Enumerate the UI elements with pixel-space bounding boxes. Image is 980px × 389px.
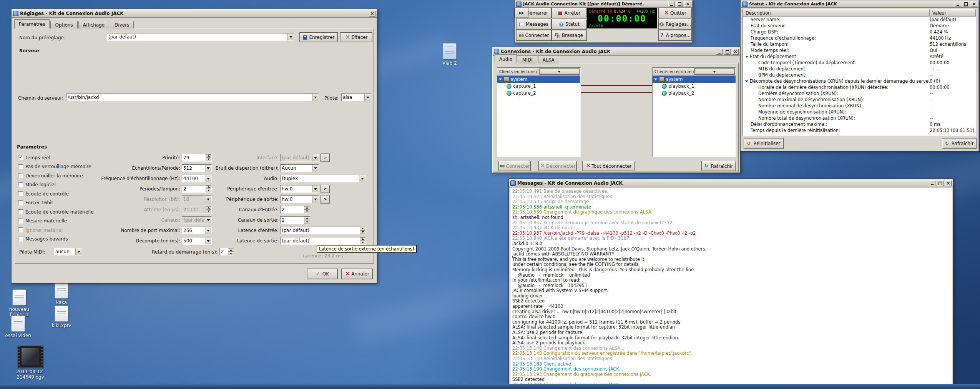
status-row[interactable]: Moyenne de désynchronisation (XRUN): -- [743,109,976,115]
maximize-icon[interactable] [724,49,731,55]
settings-tab-panel [15,28,374,264]
setup-button-label: Réglages... [666,22,691,27]
about-button[interactable]: À propos... [658,30,692,41]
close-icon[interactable] [945,180,952,186]
connections-tab[interactable]: Audio [495,54,517,63]
minimize-icon[interactable] [955,1,961,7]
connections-window: Connexions - Kit de Connexion Audio JACK… [492,47,741,173]
status-description: Charge DSP: [743,29,930,35]
status-row[interactable]: Server name: (par défaut) [743,17,976,23]
start-button-label: Démarrer [526,10,548,16]
status-description: État du serveur: [743,23,930,28]
value-column-header[interactable]: Valeur [930,9,976,17]
messages-titlebar[interactable]: Messages - Kit de Connexion Audio JACK [509,179,953,187]
status-value: 512 échantillons [930,42,976,47]
messages-button[interactable]: Messages [516,19,551,30]
about-button-label: À propos... [666,33,691,38]
minimize-icon[interactable] [668,1,675,7]
close-icon[interactable] [732,49,739,55]
connect-button[interactable]: Connecter [516,30,551,41]
log-line: loading driver .. [512,294,950,299]
refresh-status-button[interactable]: Rafraîchir [942,138,977,149]
log-line: 22:05:10.536 artsshell -q terminate [512,205,950,210]
desktop-icon-essai-video[interactable]: essai video [1,316,35,338]
setup-button[interactable]: Réglages... [658,19,692,30]
cancel-button-label: Annuler [351,271,369,277]
status-description: Code temporel (Timecode) du déplacement: [743,60,930,65]
connections-tab[interactable]: ALSA [538,56,559,63]
ok-button[interactable]: OK [307,269,338,279]
connections-titlebar[interactable]: Connexions - Kit de Connexion Audio JACK [493,48,740,56]
status-row[interactable]: MTB du déplacement: --:--.---- [743,66,976,72]
log-text: loading driver .. [512,293,547,299]
log-text: @audio - memlock 3042951 [512,283,587,288]
status-row[interactable]: Code temporel (Timecode) du déplacement:… [743,60,976,66]
log-line: 22:05:10.523 Réinitialisation des statis… [512,194,950,200]
status-row[interactable]: Délai d'ordonnancement maximal: 0 ms [743,121,976,127]
settings-titlebar[interactable]: Réglages - Kit de Connexion Audio JACK [12,10,377,18]
quit-button-label: Quitter [670,10,686,16]
settings-tab[interactable]: Affichage [78,21,109,28]
desktop-icon-vlad-2[interactable]: Vlad 2 [434,43,466,66]
close-icon[interactable] [369,11,375,17]
settings-tab[interactable]: Divers [110,21,134,28]
desktop-icon-klkl-xptv[interactable]: klkl.xptv [45,306,78,328]
refresh-icon [945,141,950,146]
connections-tab[interactable]: MIDI [518,56,537,63]
status-row[interactable]: BPM du déplacement: -- [743,72,976,78]
desktop-icon-ogv-video[interactable]: 2011-04-12-214649.ogv [9,346,51,380]
log-text: 22:05:10.491 Baie de brassage désactivée… [512,189,608,194]
description-column-header[interactable]: Description [743,9,930,17]
log-line: @audio - memlock 3042951 [512,283,950,289]
status-row[interactable]: Nombre total de désynchronisation (XRUN)… [743,115,976,121]
minimize-icon[interactable] [929,180,935,186]
log-text: apparent rate = 44100 [512,304,563,309]
close-icon[interactable] [684,1,691,7]
cross-icon [345,272,350,277]
connections-panel [494,63,739,172]
reset-button[interactable]: Réinitialiser [744,138,784,149]
status-row[interactable]: État du déplacement: Arrêté [743,53,976,60]
status-row[interactable]: État du serveur: Démarré [743,23,976,29]
status-row[interactable]: Horaire de la dernière désynchronisation… [743,84,976,90]
log-line: Memory locking is unlimited - this is da… [512,267,950,273]
status-row[interactable]: Nombre minimal de désynchronisation (XRU… [743,103,976,109]
fast-forward-icon[interactable] [515,8,528,18]
maximize-icon[interactable] [676,1,683,7]
desktop-icon-label: essai video [5,333,31,338]
status-row[interactable]: Charge DSP: 0.424 % [743,29,976,35]
close-icon[interactable] [971,1,977,7]
app-icon [516,2,522,7]
quit-button[interactable]: Quitter [658,8,692,18]
status-titlebar[interactable]: Statut - Kit de Connexion Audio JACK [741,1,978,8]
cancel-button[interactable]: Annuler [341,269,373,279]
maximize-icon[interactable] [937,180,943,186]
taskbar[interactable] [0,384,980,389]
quit-icon [664,11,669,16]
status-row[interactable]: Nombre maximal de désynchronisation (XRU… [743,97,976,103]
status-row[interactable]: Mode temps réel: Oui [743,47,976,53]
desktop-icon-kaka[interactable]: kaka [45,282,78,305]
log-line: ALSA: final selected sample format for p… [512,336,950,341]
minimize-icon[interactable] [716,49,723,55]
settings-tab[interactable]: Paramètres [14,19,50,28]
messages-icon [519,22,524,27]
status-row[interactable]: Décompte des désynchronisations (XRUN) d… [743,78,976,84]
status-row[interactable]: Temps depuis la dernière réinitialisatio… [743,127,976,134]
stop-button[interactable]: Arrêter [551,8,587,18]
desktop-icon-nouveau-fichier-1[interactable]: nouveau fichier 1 [2,289,36,317]
status-row[interactable]: Dernière désynchronisation (XRUN): -- [743,90,976,97]
status-button[interactable]: Statut [551,19,587,30]
main-titlebar[interactable]: JACK Audio Connection Kit [(par défaut)]… [515,1,692,8]
maximize-icon[interactable] [963,1,969,7]
status-table-header: Description Valeur [743,9,976,17]
status-row[interactable]: Taille du tampon: 512 échantillons [743,41,976,47]
patchbay-button[interactable]: Brassage [551,30,587,41]
log-text: 22:05:13.149 Réinitialisation des statis… [512,356,613,361]
messages-log[interactable]: 22:05:10.491 Baie de brassage désactivée… [510,188,952,388]
log-text: 22:05:10.940 JACK a été démarrer avec le… [512,235,631,241]
status-value: 0 (0) [930,78,976,84]
settings-tab[interactable]: Options [50,21,77,28]
status-table[interactable]: Description Valeur Server name: (par déf… [742,9,976,136]
status-row[interactable]: Fréquence d'échantillonnage: 44100 Hz [743,35,976,41]
